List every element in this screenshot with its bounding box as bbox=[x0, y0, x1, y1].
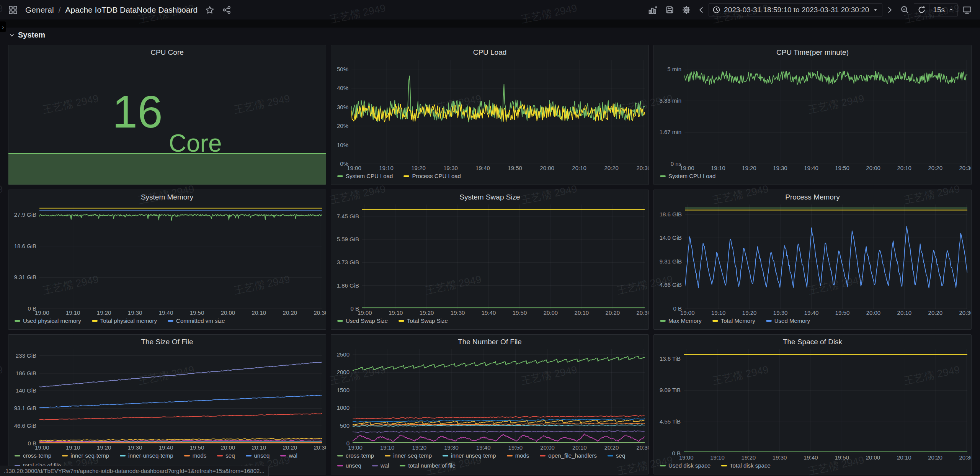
x-tick-label: 20:00 bbox=[536, 445, 559, 451]
x-tick-label: 20:30 bbox=[632, 165, 649, 171]
legend-item-used-swap-size[interactable]: Used Swap Size bbox=[337, 317, 388, 325]
legend-series-label: System CPU Load bbox=[346, 172, 393, 180]
x-tick-label: 19:50 bbox=[504, 445, 527, 451]
share-dashboard-button[interactable] bbox=[219, 2, 234, 18]
refresh-button[interactable] bbox=[914, 4, 929, 16]
legend-item-cross-temp[interactable]: cross-temp bbox=[15, 452, 51, 460]
legend-item-process-cpu-load[interactable]: Process CPU Load bbox=[403, 172, 461, 180]
panel-title[interactable]: CPU Core bbox=[8, 45, 326, 60]
refresh-interval-label: 15s bbox=[933, 6, 945, 14]
legend-item-max-memory[interactable]: Max Memory bbox=[660, 317, 702, 325]
legend-series-label: inner-seq-temp bbox=[393, 452, 432, 460]
x-tick-label: 20:30 bbox=[632, 445, 649, 451]
x-tick-label: 19:30 bbox=[769, 310, 792, 316]
chevron-down-icon bbox=[872, 7, 879, 13]
legend-item-inner-unseq-temp[interactable]: inner-unseq-temp bbox=[120, 452, 173, 460]
legend-item-inner-seq-temp[interactable]: inner-seq-temp bbox=[62, 452, 109, 460]
star-dashboard-button[interactable] bbox=[202, 2, 217, 18]
legend-item-wal[interactable]: wal bbox=[372, 462, 389, 469]
watermark-text: 王艺儒 2949 bbox=[0, 182, 4, 207]
x-tick-label: 20:20 bbox=[600, 165, 623, 171]
legend-item-unseq[interactable]: unseq bbox=[246, 452, 270, 460]
legend-item-total-number-of-file[interactable]: total number of file bbox=[400, 462, 455, 469]
save-dashboard-button[interactable] bbox=[662, 2, 677, 18]
y-tick-label: 9.31 GiB bbox=[11, 274, 36, 280]
panel-title[interactable]: Process Memory bbox=[654, 190, 971, 204]
legend-item-unseq[interactable]: unseq bbox=[337, 462, 361, 469]
x-tick-label: 20:20 bbox=[601, 310, 624, 316]
x-tick-label: 20:20 bbox=[278, 445, 301, 451]
timeseries-chart[interactable] bbox=[39, 349, 322, 443]
legend-item-inner-seq-temp[interactable]: inner-seq-temp bbox=[385, 452, 432, 460]
dashboard-settings-button[interactable] bbox=[679, 2, 694, 18]
timeseries-chart[interactable] bbox=[39, 204, 322, 309]
time-range-picker[interactable]: 2023-03-31 18:59:10 to 2023-03-31 20:30:… bbox=[709, 3, 882, 16]
y-tick-label: 1000 bbox=[334, 405, 350, 411]
panel-title[interactable]: CPU Time(per minute) bbox=[654, 45, 971, 60]
timeseries-chart[interactable] bbox=[353, 349, 645, 443]
cycle-view-button[interactable] bbox=[959, 2, 975, 18]
timeseries-chart[interactable] bbox=[362, 204, 645, 309]
timeseries-chart[interactable] bbox=[684, 60, 967, 164]
panel-title[interactable]: System Swap Size bbox=[331, 190, 648, 204]
zoom-out-button[interactable] bbox=[897, 2, 912, 18]
legend-item-total-disk-space[interactable]: Total disk space bbox=[721, 462, 771, 469]
legend-item-committed-vm-size[interactable]: Committed vm size bbox=[168, 317, 225, 325]
refresh-icon bbox=[918, 6, 926, 14]
legend-item-cross-temp[interactable]: cross-temp bbox=[337, 452, 374, 460]
legend: Used physical memoryTotal physical memor… bbox=[15, 317, 323, 327]
legend-item-mods[interactable]: mods bbox=[507, 452, 529, 460]
panel-grid: CPU Core16CoreCPU Load0%10%20%30%40%50%1… bbox=[8, 45, 972, 474]
legend-item-total-physical-memory[interactable]: Total physical memory bbox=[92, 317, 157, 325]
clock-icon bbox=[712, 6, 720, 14]
legend-item-system-cpu-load[interactable]: System CPU Load bbox=[337, 172, 393, 180]
panel-title[interactable]: System Memory bbox=[8, 190, 326, 204]
x-tick-label: 20:00 bbox=[216, 310, 239, 316]
open-menu-tab[interactable]: › bbox=[0, 21, 6, 32]
x-tick-label: 19:00 bbox=[676, 310, 699, 316]
y-tick-label: 1.86 GiB bbox=[334, 283, 359, 289]
legend-series-label: inner-seq-temp bbox=[70, 452, 109, 460]
panel-title[interactable]: The Space of Disk bbox=[654, 335, 971, 349]
apps-menu-button[interactable] bbox=[5, 2, 21, 18]
legend-item-used-memory[interactable]: Used Memory bbox=[766, 317, 810, 325]
legend-item-inner-unseq-temp[interactable]: inner-unseq-temp bbox=[443, 452, 496, 460]
legend-item-total-memory[interactable]: Total Memory bbox=[712, 317, 755, 325]
legend-item-open-file-handlers[interactable]: open_file_handlers bbox=[540, 452, 597, 460]
x-tick-label: 19:00 bbox=[676, 165, 699, 171]
time-back-button[interactable] bbox=[696, 2, 707, 18]
legend-item-seq[interactable]: seq bbox=[217, 452, 235, 460]
legend-item-used-physical-memory[interactable]: Used physical memory bbox=[15, 317, 81, 325]
share-icon bbox=[222, 6, 231, 14]
legend-item-mods[interactable]: mods bbox=[184, 452, 207, 460]
timeseries-chart[interactable] bbox=[685, 204, 967, 309]
refresh-interval-picker[interactable]: 15s bbox=[929, 4, 957, 16]
timeseries-chart[interactable] bbox=[351, 60, 645, 164]
y-tick-label: 186 GiB bbox=[11, 370, 36, 376]
legend-item-total-swap-size[interactable]: Total Swap Size bbox=[399, 317, 448, 325]
breadcrumb-dashboard-title[interactable]: Apache IoTDB DataNode Dashboard bbox=[65, 5, 198, 15]
panel-title[interactable]: CPU Load bbox=[331, 45, 648, 60]
panel-title[interactable]: The Size Of File bbox=[8, 335, 326, 349]
x-tick-label: 19:00 bbox=[31, 445, 54, 451]
y-tick-label: 18.6 GiB bbox=[11, 243, 36, 249]
section-system[interactable]: System bbox=[9, 31, 45, 39]
y-tick-label: 140 GiB bbox=[11, 388, 36, 394]
y-tick-label: 1500 bbox=[334, 387, 350, 393]
x-tick-label: 19:10 bbox=[62, 445, 85, 451]
x-tick-label: 19:20 bbox=[407, 165, 430, 171]
breadcrumb-section[interactable]: General bbox=[25, 5, 54, 15]
legend-series-color bbox=[62, 455, 68, 456]
x-tick-label: 19:10 bbox=[376, 445, 399, 451]
legend-item-wal[interactable]: wal bbox=[280, 452, 297, 460]
add-panel-button[interactable] bbox=[645, 2, 660, 18]
timeseries-chart[interactable] bbox=[684, 349, 967, 453]
legend-item-seq[interactable]: seq bbox=[608, 452, 625, 460]
legend-series-color bbox=[15, 455, 20, 456]
legend-series-color bbox=[184, 455, 190, 456]
x-tick-label: 19:30 bbox=[768, 455, 791, 461]
time-forward-button[interactable] bbox=[884, 2, 895, 18]
legend-item-system-cpu-load[interactable]: System CPU Load bbox=[660, 172, 715, 180]
legend-item-used-disk-space[interactable]: Used disk space bbox=[660, 462, 710, 469]
panel-title[interactable]: The Number Of File bbox=[331, 335, 648, 349]
